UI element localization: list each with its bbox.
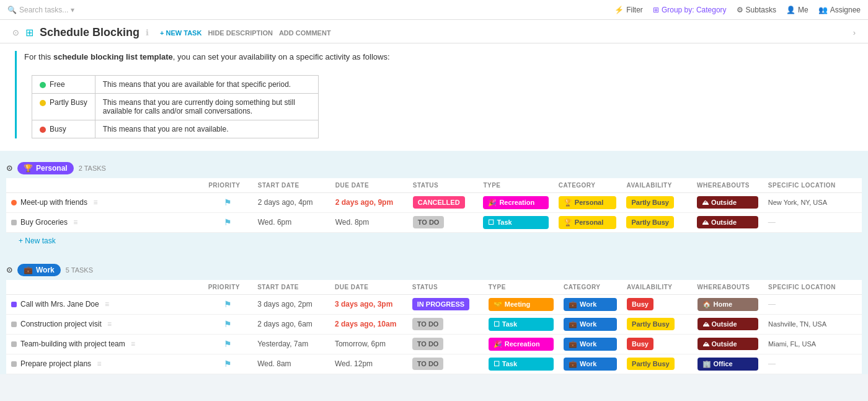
task-priority[interactable]: ⚑	[203, 354, 252, 374]
task-start-date: Wed. 8am	[252, 354, 330, 374]
task-due-date: Tomorrow, 6pm	[330, 334, 407, 354]
task-category[interactable]: 💼Work	[559, 354, 622, 374]
work-badge-icon: 💼	[24, 266, 33, 274]
task-category[interactable]: 💼Work	[559, 334, 622, 354]
task-type-icon: ⊞	[25, 27, 33, 38]
search-dropdown-icon[interactable]: ▾	[71, 6, 74, 14]
info-icon[interactable]: ℹ	[146, 28, 149, 37]
task-category[interactable]: 🏆Personal	[554, 192, 622, 212]
flag-icon: ⚑	[224, 319, 232, 329]
whereabouts-badge: 🏠Home	[698, 298, 759, 311]
assignee-button[interactable]: 👥 Assignee	[818, 6, 861, 14]
task-start-date: 3 days ago, 2pm	[252, 294, 330, 314]
col-header-type: TYPE	[478, 178, 553, 193]
availability-badge: Busy	[627, 338, 653, 350]
task-whereabouts[interactable]: ⛰Outside	[693, 334, 764, 354]
task-name: Buy Groceries	[20, 218, 68, 227]
task-type[interactable]: 🎉Recreation	[478, 192, 553, 212]
task-type[interactable]: ☐Task	[484, 314, 559, 334]
task-whereabouts[interactable]: ⛰Outside	[692, 212, 763, 232]
whereabouts-badge: ⛰Outside	[697, 196, 758, 209]
hide-desc-action[interactable]: HIDE DESCRIPTION	[208, 29, 273, 37]
group-personal-chevron[interactable]: ⊙	[6, 164, 12, 173]
task-name: Call with Mrs. Jane Doe	[20, 300, 99, 309]
task-due-date: Wed. 12pm	[330, 354, 407, 374]
task-category[interactable]: 💼Work	[559, 314, 622, 334]
task-type[interactable]: 🎉Recreation	[484, 334, 559, 354]
group-work-chevron[interactable]: ⊙	[6, 266, 12, 274]
task-priority[interactable]: ⚑	[203, 212, 253, 232]
task-availability[interactable]: Partly Busy	[622, 354, 692, 374]
group-work: ⊙ 💼 Work 5 TASKS PRIORITY START DATE DUE…	[6, 259, 862, 374]
groupby-button[interactable]: ⊞ Group by: Category	[653, 6, 727, 14]
me-button[interactable]: 👤 Me	[786, 6, 808, 14]
task-availability[interactable]: Busy	[622, 334, 692, 354]
task-status[interactable]: TO DO	[407, 314, 484, 334]
new-task-action[interactable]: + NEW TASK	[160, 29, 202, 37]
search-input-label[interactable]: Search tasks...	[19, 6, 68, 14]
whereabouts-icon: 🏠	[702, 300, 711, 309]
task-availability[interactable]: Busy	[622, 294, 692, 314]
task-whereabouts[interactable]: ⛰Outside	[693, 314, 764, 334]
task-availability[interactable]: Partly Busy	[621, 192, 692, 212]
task-status[interactable]: TO DO	[407, 334, 484, 354]
top-bar: 🔍 Search tasks... ▾ ⚡ Filter ⊞ Group by:…	[0, 0, 868, 20]
task-options[interactable]: ≡	[95, 359, 101, 368]
col-header-category: CATEGORY	[554, 178, 622, 193]
task-priority[interactable]: ⚑	[203, 192, 253, 212]
add-comment-action[interactable]: ADD COMMENT	[279, 29, 331, 37]
task-name-cell[interactable]: Construction project visit ≡	[6, 314, 203, 334]
task-whereabouts[interactable]: 🏢Office	[693, 354, 764, 374]
task-name-cell[interactable]: Meet-up with friends ≡	[6, 192, 203, 212]
category-badge: 💼Work	[564, 358, 617, 371]
table-row: Team-building with project team ≡ ⚑ Yest…	[6, 334, 862, 354]
whereabouts-badge: ⛰Outside	[698, 318, 759, 330]
whereabouts-badge: ⛰Outside	[697, 216, 758, 228]
category-icon: 💼	[569, 300, 577, 309]
task-location: Miami, FL, USA	[763, 334, 862, 354]
task-status[interactable]: CANCELLED	[408, 192, 479, 212]
task-category[interactable]: 🏆Personal	[554, 212, 622, 232]
task-status[interactable]: TO DO	[407, 354, 484, 374]
task-category[interactable]: 💼Work	[559, 294, 622, 314]
task-status[interactable]: TO DO	[408, 212, 479, 232]
task-due-date: Wed. 8pm	[330, 212, 408, 232]
collapse-icon[interactable]: ⊙	[12, 28, 19, 37]
task-availability[interactable]: Partly Busy	[622, 314, 692, 334]
type-icon: 🤝	[494, 300, 502, 309]
availability-table: Free This means that you are available f…	[32, 75, 319, 138]
task-priority[interactable]: ⚑	[203, 334, 252, 354]
task-type[interactable]: ☐Task	[484, 354, 559, 374]
task-whereabouts[interactable]: 🏠Home	[693, 294, 764, 314]
task-name-cell[interactable]: Prepare project plans ≡	[6, 354, 203, 374]
task-name-cell[interactable]: Call with Mrs. Jane Doe ≡	[6, 294, 203, 314]
task-options[interactable]: ≡	[129, 340, 135, 348]
task-priority[interactable]: ⚑	[203, 294, 252, 314]
task-whereabouts[interactable]: ⛰Outside	[692, 192, 763, 212]
me-icon: 👤	[786, 6, 795, 14]
task-type[interactable]: ☐Task	[478, 212, 553, 232]
filter-button[interactable]: ⚡ Filter	[614, 6, 643, 14]
personal-new-task-link[interactable]: + New task	[6, 233, 862, 249]
type-badge: 🎉Recreation	[483, 196, 548, 209]
task-availability[interactable]: Partly Busy	[621, 212, 692, 232]
task-priority[interactable]: ⚑	[203, 314, 252, 334]
task-name-cell[interactable]: Buy Groceries ≡	[6, 212, 203, 232]
type-icon: 🎉	[494, 340, 502, 348]
task-options[interactable]: ≡	[91, 198, 97, 207]
task-status[interactable]: IN PROGRESS	[407, 294, 484, 314]
personal-badge-icon: 🏆	[24, 164, 33, 173]
description-area: For this schedule blocking list template…	[0, 43, 868, 151]
search-area[interactable]: 🔍 Search tasks... ▾	[7, 6, 74, 14]
col-header-whereabouts-work: WHEREABOUTS	[693, 280, 764, 295]
task-options[interactable]: ≡	[105, 320, 112, 328]
status-badge: IN PROGRESS	[412, 298, 469, 310]
work-tasks-table: PRIORITY START DATE DUE DATE STATUS TYPE…	[6, 280, 862, 374]
task-options[interactable]: ≡	[103, 300, 109, 309]
subtasks-button[interactable]: ⚙ Subtasks	[737, 6, 776, 14]
task-type[interactable]: 🤝Meeting	[484, 294, 559, 314]
task-name-cell[interactable]: Team-building with project team ≡	[6, 334, 203, 354]
task-options[interactable]: ≡	[71, 218, 78, 227]
task-location: —	[763, 354, 862, 374]
whereabouts-badge: 🏢Office	[698, 358, 759, 371]
